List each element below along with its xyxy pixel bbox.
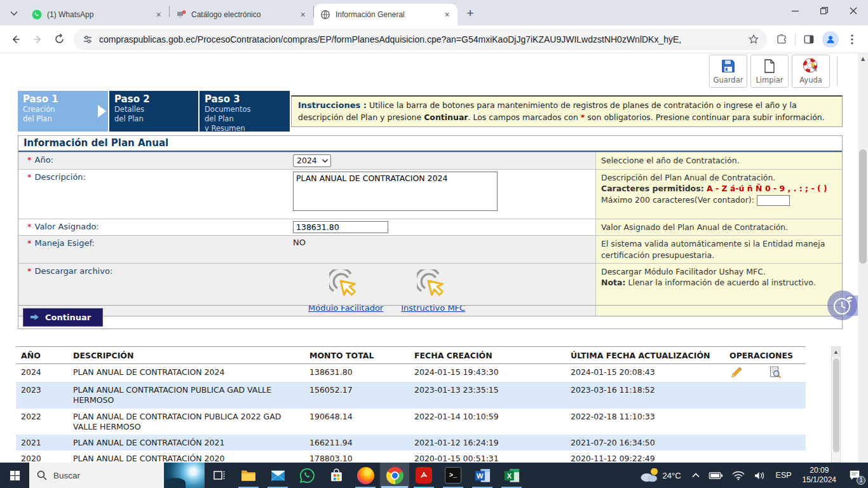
valor-help: Valor Asignado del Plan Anual de Contrat…	[595, 219, 842, 235]
record-action-toolbar: Guardar Limpiar Ayuda	[709, 55, 837, 88]
table-row[interactable]: 2024 PLAN ANUAL DE CONTRATACION 2024 138…	[16, 364, 806, 382]
new-tab-button[interactable]: +	[461, 4, 479, 22]
required-asterisk: *	[27, 266, 32, 276]
floating-clock-widget[interactable]	[827, 290, 857, 320]
caracteres-permitidos: A - Z á-ú ñ Ñ 0 - 9 , . : ; - ( )	[704, 184, 827, 193]
forward-button[interactable]	[27, 29, 48, 50]
extensions-button[interactable]	[771, 29, 792, 50]
command-prompt-button[interactable]: >_	[438, 463, 468, 488]
year-select[interactable]: 2024	[293, 154, 331, 167]
restore-button[interactable]	[810, 0, 839, 22]
tab-close-icon[interactable]: ×	[442, 10, 452, 20]
valor-asignado-input[interactable]	[293, 221, 388, 233]
forward-icon	[32, 34, 43, 45]
step-3-documentos: Paso 3 Documentos del Plan y Resumen	[200, 91, 290, 132]
table-scrollbar[interactable]: ▲	[831, 346, 841, 463]
table-row[interactable]: 2021 PLAN ANUAL DE CONTRATACIÓN 2021 166…	[16, 435, 806, 451]
table-row[interactable]: 2022 PLAN ANUAL DE CONTRATACION PUBLICA …	[16, 409, 806, 435]
edit-pencil-icon[interactable]	[729, 365, 743, 379]
volume-indicator[interactable]	[749, 471, 770, 480]
click-cursor-icon	[329, 269, 362, 302]
address-bar[interactable]: compraspublicas.gob.ec/ProcesoContrataci…	[74, 29, 767, 50]
acrobat-button[interactable]	[409, 463, 438, 488]
task-view-icon	[213, 469, 226, 482]
catalog-icon	[176, 10, 186, 20]
descripcion-help-3: Máximo 200 caracteres(Ver contador):	[601, 195, 754, 205]
word-button[interactable]: W	[468, 463, 497, 488]
winged-clock-icon	[830, 293, 855, 318]
page-scrollbar[interactable]: ▲	[858, 53, 868, 463]
char-counter-input[interactable]	[757, 195, 790, 206]
tab-close-icon[interactable]: ×	[297, 10, 308, 20]
help-button[interactable]: Ayuda	[792, 55, 830, 88]
descargar-help-2: Llenar la información de acuerdo al inst…	[625, 278, 815, 287]
whatsapp-button[interactable]	[292, 463, 322, 488]
tab-label: Catálogo electrónico	[191, 10, 297, 19]
tray-expand-button[interactable]	[688, 473, 704, 478]
anio-label: Año:	[35, 155, 53, 165]
battery-indicator[interactable]	[704, 471, 728, 480]
clock-widget[interactable]: 20:09 15/1/2024	[797, 466, 841, 485]
start-button[interactable]	[0, 463, 29, 488]
table-row[interactable]: 2023 PLAN ANUAL CONTRATACION PUBLICA GAD…	[16, 382, 806, 409]
step-line: Creación	[23, 105, 103, 114]
tab-informacion-general[interactable]: Información General ×	[314, 4, 458, 25]
reload-button[interactable]	[48, 29, 70, 50]
browser-toolbar: compraspublicas.gob.ec/ProcesoContrataci…	[0, 25, 868, 53]
excel-icon: X	[503, 467, 520, 484]
taskbar-search-box[interactable]: Buscar	[29, 463, 205, 488]
language-indicator[interactable]: ESP	[770, 471, 797, 480]
url-text[interactable]: compraspublicas.gob.ec/ProcesoContrataci…	[99, 34, 744, 44]
scroll-up-arrow[interactable]: ▲	[858, 53, 868, 64]
scroll-up-arrow[interactable]: ▲	[832, 347, 840, 356]
nota-label: Nota:	[601, 278, 625, 287]
browser-menu-button[interactable]	[841, 29, 863, 50]
file-explorer-button[interactable]	[234, 463, 263, 488]
save-label: Guardar	[714, 76, 743, 85]
esigef-help: El sistema valida automáticamente si la …	[595, 236, 842, 263]
instructions-bold: Continuar	[424, 112, 468, 122]
temperature: 24°C	[663, 471, 681, 480]
wifi-indicator[interactable]	[728, 471, 749, 480]
microsoft-store-button[interactable]	[322, 463, 351, 488]
table-row[interactable]: 2020 PLAN ANUAL DE CONTRATACIÓN 2020 178…	[16, 451, 806, 463]
chrome-button[interactable]	[380, 463, 409, 488]
close-button[interactable]	[839, 0, 868, 22]
minimize-button[interactable]	[780, 0, 810, 22]
windows-taskbar: Buscar	[0, 463, 868, 488]
weather-widget[interactable]: 24°C	[633, 468, 688, 482]
side-panel-icon	[803, 34, 815, 45]
site-settings-icon[interactable]	[83, 34, 93, 44]
action-center-button[interactable]: 1	[841, 463, 868, 488]
required-asterisk: *	[27, 238, 32, 248]
firefox-button[interactable]	[351, 463, 380, 488]
whatsapp-icon	[32, 10, 42, 20]
search-box-image[interactable]	[164, 463, 205, 488]
page-scrollbar-thumb[interactable]	[859, 149, 867, 264]
table-scrollbar-thumb[interactable]	[833, 358, 839, 452]
instructions-text: . Los campos marcados con	[468, 112, 581, 122]
excel-button[interactable]: X	[497, 463, 526, 488]
profile-button[interactable]	[820, 29, 841, 50]
life-ring-icon	[802, 58, 820, 74]
clear-button[interactable]: Limpiar	[750, 55, 789, 88]
tab-whatsapp[interactable]: (1) WhatsApp ×	[25, 4, 169, 25]
acrobat-icon	[416, 467, 432, 484]
side-panel-button[interactable]	[798, 29, 820, 50]
continuar-button[interactable]: Continuar	[23, 308, 103, 327]
step-line: y Resumen	[205, 124, 285, 133]
tab-search-button[interactable]	[5, 4, 23, 22]
back-button[interactable]	[5, 29, 27, 50]
step-line: Documentos	[205, 105, 285, 114]
tab-close-icon[interactable]: ×	[153, 10, 164, 20]
tab-catalogo[interactable]: Catálogo electrónico ×	[170, 4, 313, 25]
view-document-magnifier-icon[interactable]	[768, 365, 782, 379]
bookmark-star-icon[interactable]	[748, 34, 759, 45]
save-button[interactable]: Guardar	[709, 55, 747, 88]
descripcion-textarea[interactable]: PLAN ANUAL DE CONTRATACION 2024	[293, 172, 498, 211]
continue-section: Continuar	[18, 305, 843, 329]
reload-icon	[54, 34, 65, 44]
mail-button[interactable]	[263, 463, 292, 488]
task-view-button[interactable]	[205, 463, 234, 488]
continuar-label: Continuar	[45, 313, 91, 322]
